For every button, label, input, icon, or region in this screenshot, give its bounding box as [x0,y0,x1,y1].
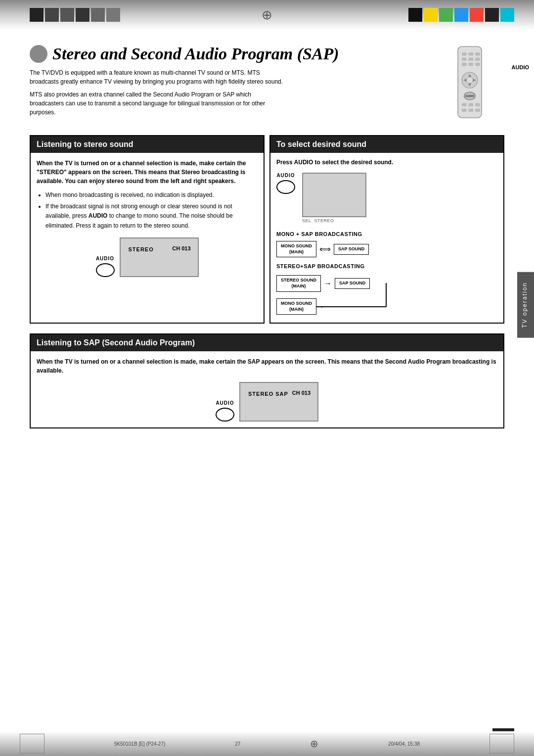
color-block-5 [91,8,105,22]
footer-left-text: 5K50101B [E] (P24-27) [114,741,165,747]
top-bar-color-blocks [30,8,120,22]
footer-left-box [20,734,44,754]
stereo-sap-title: STEREO+SAP BROADCASTING [276,263,497,269]
stereo-section-header: Listening to stereo sound [31,136,264,153]
mono-sound-box: MONO SOUND(MAIN) [276,241,316,257]
swatch-blue [454,8,468,22]
select-section: To select desired sound Press AUDIO to s… [269,135,504,324]
footer-right-box [490,734,514,754]
svg-rect-22 [469,109,474,112]
footer-center-num: 27 [235,741,240,747]
svg-rect-5 [469,57,474,60]
press-audio-text: Press AUDIO to select the desired sound. [276,159,497,166]
top-center-crosshair: ⊕ [262,7,272,23]
sap-section-header: Listening to SAP (Second Audio Program) [31,334,503,351]
title-icon [30,45,47,63]
swatch-black2 [485,8,499,22]
flow-arrow-mono: ⟺ [319,244,331,254]
footer-crosshair: ⊕ [310,738,318,750]
svg-point-15 [467,77,473,84]
svg-rect-19 [469,103,474,106]
sap-screen-ch: CH 013 [292,390,311,396]
svg-rect-9 [475,63,480,66]
sap-screen: STEREO SAP CH 013 [239,382,318,422]
stereo-sap-flow-diagram: STEREO SOUND(MAIN) → SAP SOUND MONO SOUN… [276,273,497,317]
svg-rect-4 [462,57,467,60]
svg-rect-23 [475,109,480,112]
title-label: Stereo and Second Audio Program (SAP) [52,45,339,63]
svg-rect-3 [475,52,480,55]
stereo-sap-broadcasting: STEREO+SAP BROADCASTING STEREO SOUND(MAI… [276,263,497,317]
sel-screen-area: SEL. STEREO [302,173,497,223]
title-section: Stereo and Second Audio Program (SAP) Th… [30,45,504,125]
color-block-6 [106,8,120,22]
title-text-area: Stereo and Second Audio Program (SAP) Th… [30,45,435,117]
select-section-header: To select desired sound [270,136,503,153]
stereo-screen-text: STEREO [129,246,154,252]
audio-btn-group-left: AUDIO [96,256,115,277]
sap-bold-text: When the TV is turned on or a channel se… [37,357,497,375]
stereo-bold-text: When the TV is turned on or a channel se… [37,159,258,186]
svg-text:AUDIO: AUDIO [465,94,475,97]
remote-image: AUDIO AUDIO [445,45,504,125]
swatch-yellow [424,8,438,22]
color-block-2 [45,8,59,22]
top-bar-swatches [408,8,514,22]
intro-text-2: MTS also provides an extra channel calle… [30,90,287,117]
stereo-section-body: When the TV is turned on or a channel se… [31,153,264,283]
sap-section: Listening to SAP (Second Audio Program) … [30,333,504,428]
audio-btn-label-right: AUDIO [276,173,295,178]
sap-sound-box-1: SAP SOUND [334,244,369,255]
top-bar: ⊕ [0,0,534,30]
right-tab: TV operation [517,272,534,338]
swatch-green [439,8,453,22]
select-section-body: Press AUDIO to select the desired sound.… [270,153,503,323]
audio-btn-label-left: AUDIO [96,256,114,261]
swatch-red [470,8,484,22]
color-block-3 [60,8,74,22]
sap-section-body: When the TV is turned on or a channel se… [31,351,503,427]
stereo-bullet-2: If the broadcast signal is not strong en… [45,202,258,231]
sel-stereo-display: AUDIO SEL. STEREO [276,173,497,223]
audio-btn-label-sap: AUDIO [216,400,234,406]
swatch-black [408,8,422,22]
page-title: Stereo and Second Audio Program (SAP) [30,45,435,63]
color-block-4 [76,8,89,22]
connector-svg [276,273,497,317]
mono-sap-flow: MONO SOUND(MAIN) ⟺ SAP SOUND [276,241,497,257]
footer-right-date: 20/4/04, 15:38 [388,741,420,747]
audio-button-left[interactable] [96,263,115,277]
intro-text-1: The TV/DVD is equipped with a feature kn… [30,68,287,86]
audio-btn-group-sap: AUDIO [216,400,234,422]
stereo-bullet-list: When mono broadcasting is received, no i… [45,190,258,231]
swatch-cyan [500,8,514,22]
svg-rect-1 [462,52,467,55]
svg-rect-18 [462,103,467,106]
two-column-layout: Listening to stereo sound When the TV is… [30,135,504,324]
audio-btn-group-right: AUDIO [276,173,295,194]
main-content: Stereo and Second Audio Program (SAP) Th… [0,30,534,458]
stereo-screen: STEREO CH 013 [120,237,199,277]
svg-rect-20 [475,103,480,106]
svg-rect-7 [462,63,467,66]
stereo-section: Listening to stereo sound When the TV is… [30,135,265,324]
footer: 5K50101B [E] (P24-27) 27 ⊕ 20/4/04, 15:3… [0,731,534,756]
audio-button-right[interactable] [276,180,295,194]
remote-svg: AUDIO [445,45,494,124]
audio-button-sap[interactable] [216,408,234,422]
svg-rect-8 [469,63,474,66]
color-block-1 [30,8,44,22]
sap-screen-text: STEREO SAP [248,391,288,397]
svg-rect-2 [469,52,474,55]
svg-rect-21 [462,109,467,112]
sel-stereo-label: SEL. STEREO [302,218,497,223]
stereo-bullet-1: When mono broadcasting is received, no i… [45,190,258,200]
svg-rect-6 [475,57,480,60]
sel-screen-box [302,173,366,217]
audio-label-remote: AUDIO [512,64,529,70]
stereo-screen-ch: CH 013 [172,245,190,251]
mono-sap-broadcasting: MONO + SAP BROADCASTING MONO SOUND(MAIN)… [276,231,497,257]
mono-sap-title: MONO + SAP BROADCASTING [276,231,497,237]
